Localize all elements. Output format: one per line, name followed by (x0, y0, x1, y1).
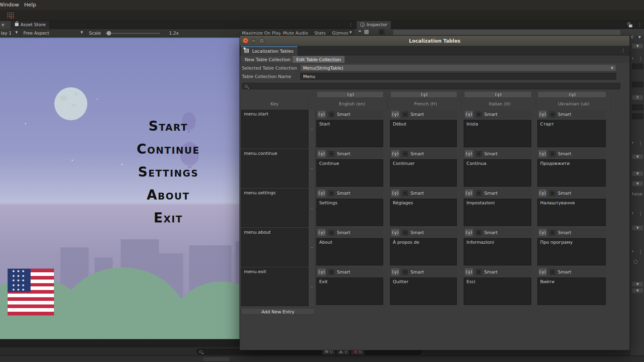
translation-cell[interactable]: Début (390, 120, 457, 147)
window-menu-icon[interactable]: ⋮ (621, 48, 625, 53)
menu-help[interactable]: Help (24, 2, 36, 8)
inspector-menu-icon[interactable]: ⋮ (638, 22, 642, 27)
column-header-locale[interactable]: Ukrainian (uk) (537, 99, 611, 109)
key-cell[interactable]: menu.settings (241, 189, 308, 227)
metadata-pin-button[interactable]: {} (538, 189, 547, 197)
metadata-pin-button[interactable]: {} (317, 110, 326, 118)
smart-checkbox[interactable] (476, 112, 481, 117)
row-resize-handle[interactable]: - (308, 267, 316, 306)
column-header-locale[interactable]: English (en) (316, 99, 388, 109)
edit-table-collection-button[interactable]: Edit Table Collection (293, 56, 345, 63)
smart-checkbox[interactable] (329, 269, 334, 275)
smart-checkbox[interactable] (402, 269, 408, 275)
aspect-dropdown-arrow[interactable]: ▼ (80, 31, 83, 34)
metadata-pin-button[interactable]: {} (317, 268, 326, 276)
translation-cell[interactable]: Esci (464, 278, 531, 305)
metadata-pin-button[interactable]: {} (464, 228, 473, 237)
key-cell[interactable]: menu.start (241, 110, 308, 148)
smart-checkbox[interactable] (329, 230, 334, 235)
window-maximize-button[interactable]: ▢ (259, 38, 264, 43)
layer-dropdown-fragment[interactable]: ▼ (632, 43, 643, 49)
smart-checkbox[interactable] (329, 151, 334, 156)
preset-icon[interactable]: ⊦ (632, 56, 634, 60)
scale-slider-track[interactable] (105, 33, 160, 34)
window-minimize-button[interactable]: — (251, 38, 256, 43)
table-collection-name-input[interactable]: Menu (300, 73, 616, 80)
smart-checkbox[interactable] (402, 151, 408, 156)
key-cell[interactable]: menu.exit (241, 267, 308, 306)
smart-checkbox[interactable] (550, 191, 555, 196)
row-resize-handle[interactable]: - (308, 189, 316, 227)
game-panel-menu-icon[interactable]: ⋮ (349, 22, 353, 27)
tab-localization-tables[interactable]: Localization Tables (241, 46, 297, 56)
window-close-button[interactable]: ✕ (243, 38, 248, 43)
aspect-dropdown[interactable]: Free Aspect (23, 31, 49, 36)
smart-checkbox[interactable] (476, 269, 481, 275)
row-resize-handle[interactable]: - (308, 110, 316, 148)
metadata-pin-button[interactable]: {} (317, 228, 326, 237)
add-new-entry-button[interactable]: Add New Entry (241, 308, 315, 315)
component-menu-icon[interactable]: ⋮ (638, 249, 643, 255)
locale-settings-button[interactable]: {} (390, 91, 457, 98)
dropdown-fragment[interactable]: ▼ (632, 288, 643, 293)
metadata-pin-button[interactable]: {} (538, 110, 547, 118)
smart-checkbox[interactable] (402, 112, 408, 117)
smart-checkbox[interactable] (550, 112, 555, 117)
gameobject-name-field[interactable] (393, 30, 621, 35)
smart-checkbox[interactable] (550, 151, 555, 156)
translation-cell[interactable]: Quitter (390, 278, 457, 305)
translation-cell[interactable]: Continue (316, 159, 383, 187)
metadata-pin-button[interactable]: {} (538, 268, 547, 276)
row-resize-handle[interactable]: - (308, 228, 316, 267)
smart-checkbox[interactable] (550, 230, 555, 235)
window-titlebar[interactable]: ✕ — ▢ Localization Tables (240, 36, 630, 46)
smart-checkbox[interactable] (329, 112, 334, 117)
metadata-pin-button[interactable]: {} (317, 150, 326, 158)
tab-inspector[interactable]: iInspector (357, 21, 391, 29)
translation-cell[interactable]: Continua (464, 159, 531, 187)
translation-cell[interactable]: Informazioni (464, 238, 531, 265)
metadata-pin-button[interactable]: {} (464, 268, 473, 276)
inspector-lock-icon[interactable] (629, 23, 632, 29)
key-cell[interactable]: menu.about (241, 228, 308, 267)
smart-checkbox[interactable] (402, 230, 408, 235)
metadata-pin-button[interactable]: {} (538, 228, 547, 237)
new-table-collection-button[interactable]: New Table Collection (241, 56, 294, 63)
column-header-key[interactable]: Key (241, 99, 308, 109)
metadata-pin-button[interactable]: {} (391, 150, 400, 158)
metadata-pin-button[interactable]: {} (391, 189, 400, 197)
dropdown-fragment[interactable]: ▼ (632, 154, 643, 159)
smart-checkbox[interactable] (476, 230, 481, 235)
component-menu-icon[interactable]: ⋮ (638, 56, 643, 62)
translation-cell[interactable]: Start (316, 120, 383, 147)
selected-table-collection-dropdown[interactable]: Menu(StringTable) ▼ (300, 64, 616, 71)
snap-grid-icon[interactable] (7, 12, 14, 19)
dropdown-fragment[interactable]: ▼ (632, 225, 643, 230)
preset-icon[interactable]: ⊦ (632, 249, 634, 253)
display-dropdown[interactable]: lay 1 (1, 31, 12, 36)
translation-cell[interactable]: Про програму (537, 238, 606, 265)
display-dropdown-arrow[interactable]: ▼ (15, 31, 18, 34)
foldout-arrow-icon[interactable] (358, 31, 361, 32)
locale-settings-button[interactable]: {} (538, 91, 606, 98)
translation-cell[interactable]: À propos de (390, 238, 457, 265)
dropdown-fragment[interactable]: ▼ (632, 171, 643, 176)
target-picker-icon[interactable] (634, 260, 638, 264)
static-dropdown-arrow[interactable]: ▼ (638, 35, 641, 39)
translation-cell[interactable]: Continuer (390, 159, 457, 187)
translation-cell[interactable]: Exit (316, 278, 383, 305)
dropdown-fragment[interactable]: ▼ (632, 282, 643, 287)
translation-cell[interactable]: Settings (316, 199, 383, 226)
dropdown-fragment[interactable]: ▼ (632, 181, 643, 186)
metadata-pin-button[interactable]: {} (391, 228, 400, 237)
metadata-pin-button[interactable]: {} (538, 150, 547, 158)
smart-checkbox[interactable] (476, 151, 481, 156)
row-resize-handle[interactable]: - (308, 149, 316, 188)
table-search-input[interactable] (242, 83, 620, 89)
component-menu-icon[interactable]: ⋮ (638, 211, 643, 216)
translation-cell[interactable]: Impostazioni (464, 199, 531, 226)
translation-cell[interactable]: About (316, 238, 383, 265)
component-menu-icon[interactable]: ⋮ (638, 141, 643, 146)
column-header-locale[interactable]: Italian (it) (464, 99, 536, 109)
scale-slider-knob[interactable] (107, 31, 111, 35)
